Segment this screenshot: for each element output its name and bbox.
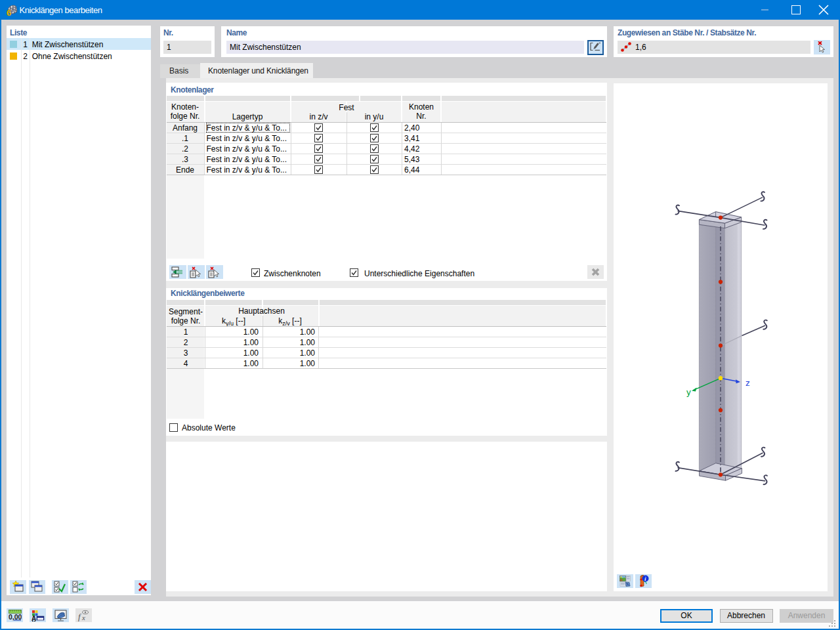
svg-text:z: z [746,378,750,388]
svg-text:x: x [81,614,85,621]
svg-text:6: 6 [7,8,11,16]
svg-text:0,00: 0,00 [9,613,22,621]
svg-text:y: y [686,387,691,397]
svg-text:A: A [32,615,36,621]
